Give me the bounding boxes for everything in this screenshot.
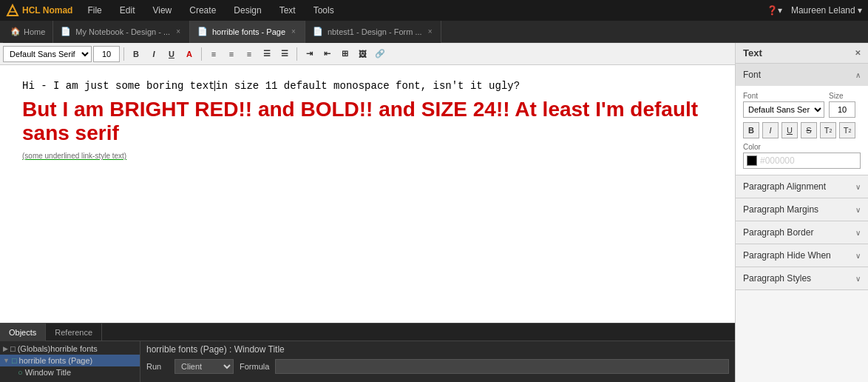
paragraph-hide-when-chevron: ∨	[855, 252, 861, 260]
bottom-right: horrible fonts (Page) : Window Title Run…	[140, 341, 735, 382]
fmt-italic-button[interactable]: I	[762, 122, 779, 138]
right-panel: Text ✕ Font ∧ Font Default Sans Serif	[735, 43, 868, 382]
font-section-label: Font	[743, 70, 761, 80]
color-label: Color	[743, 143, 861, 151]
paragraph-border-header[interactable]: Paragraph Border ∨	[736, 221, 868, 244]
bottom-form-row: Run Client Formula	[146, 359, 729, 374]
logo-icon	[6, 4, 19, 17]
tree-horrible-fonts-label: horrible fonts (Page)	[19, 356, 93, 365]
paragraph-hide-when-header[interactable]: Paragraph Hide When ∨	[736, 244, 868, 267]
editor-line1: Hi - I am just some boring textin size 1…	[22, 80, 713, 92]
tab-home[interactable]: 🏠 Home	[3, 21, 53, 43]
font-size-label: Size	[829, 92, 855, 100]
paragraph-margins-chevron: ∨	[855, 206, 861, 214]
tree-window-title-icon: ○	[18, 368, 23, 377]
font-size-input[interactable]	[93, 46, 120, 62]
font-section-header[interactable]: Font ∧	[736, 64, 868, 86]
tree-expand-icon-2: ▼	[3, 357, 10, 364]
color-button[interactable]: A	[181, 46, 197, 62]
fmt-bold-button[interactable]: B	[743, 122, 759, 138]
tab-notebook-close[interactable]: ×	[174, 27, 182, 36]
tab-nbtest1-label: nbtest1 - Design - Form ...	[328, 27, 422, 36]
tab-horrible-fonts-icon: 📄	[197, 27, 208, 36]
font-section-content: Font Default Sans Serif Size B I U S	[736, 86, 868, 175]
tree-window-title-label: Window Title	[25, 368, 71, 377]
menu-bar: HCL Nomad File Edit View Create Design T…	[0, 0, 868, 21]
paragraph-margins-header[interactable]: Paragraph Margins ∨	[736, 198, 868, 221]
tree-horrible-fonts-checkbox: □	[12, 356, 17, 365]
right-panel-header: Text ✕	[736, 43, 868, 64]
fmt-subscript-button[interactable]: T2	[839, 122, 855, 138]
tab-nbtest1[interactable]: 📄 nbtest1 - Design - Form ... ×	[305, 21, 442, 43]
bottom-tree: ▶ □ (Globals)horrible fonts ▼ □ horrible…	[0, 341, 140, 382]
paragraph-alignment-label: Paragraph Alignment	[743, 181, 826, 192]
paragraph-alignment-chevron: ∨	[855, 183, 861, 191]
image-button[interactable]: 🖼	[354, 46, 370, 62]
underline-button[interactable]: U	[163, 46, 180, 62]
app-name: HCL Nomad	[22, 5, 72, 16]
fmt-superscript-button[interactable]: T2	[820, 122, 836, 138]
bottom-tab-reference[interactable]: Reference	[46, 324, 102, 341]
paragraph-border-section: Paragraph Border ∨	[736, 221, 868, 244]
color-container[interactable]: #000000	[743, 153, 861, 169]
toolbar-sep-1	[123, 47, 124, 61]
font-section: Font ∧ Font Default Sans Serif Size	[736, 64, 868, 175]
menu-file[interactable]: File	[84, 4, 104, 17]
tree-item-horrible-fonts[interactable]: ▼ □ horrible fonts (Page)	[0, 355, 140, 366]
menu-right-icons: ❓▾ Maureen Leland ▾	[767, 5, 862, 16]
menu-view[interactable]: View	[149, 4, 174, 17]
fmt-underline-button[interactable]: U	[781, 122, 798, 138]
bottom-tab-objects[interactable]: Objects	[0, 324, 46, 341]
run-label: Run	[146, 362, 169, 371]
help-icon[interactable]: ❓▾	[767, 5, 782, 16]
table-button[interactable]: ⊞	[336, 46, 353, 62]
italic-button[interactable]: I	[146, 46, 162, 62]
fmt-strikethrough-button[interactable]: S	[801, 122, 817, 138]
right-panel-close-icon[interactable]: ✕	[855, 49, 861, 57]
font-size-field[interactable]	[829, 101, 855, 118]
tab-horrible-fonts-label: horrible fonts - Page	[212, 27, 285, 36]
menu-tools[interactable]: Tools	[311, 4, 337, 17]
font-name-select[interactable]: Default Sans Serif	[3, 46, 92, 62]
tab-horrible-fonts[interactable]: 📄 horrible fonts - Page ×	[190, 21, 305, 43]
formula-input[interactable]	[275, 359, 729, 374]
paragraph-alignment-header[interactable]: Paragraph Alignment ∨	[736, 175, 868, 198]
paragraph-styles-chevron: ∨	[855, 275, 861, 283]
outdent-button[interactable]: ⇤	[319, 46, 335, 62]
link-button[interactable]: 🔗	[372, 46, 388, 62]
menu-text[interactable]: Text	[277, 4, 299, 17]
tab-bar: 🏠 Home 📄 My Notebook - Design - ... × 📄 …	[0, 21, 868, 43]
font-size-group: Size	[829, 92, 855, 118]
color-group: Color #000000	[743, 143, 861, 169]
run-select[interactable]: Client	[174, 359, 234, 374]
tree-item-window-title[interactable]: ○ Window Title	[0, 366, 140, 378]
font-field-group: Font Default Sans Serif	[743, 92, 824, 118]
color-swatch	[747, 155, 757, 166]
list-unordered-button[interactable]: ☰	[259, 46, 275, 62]
svg-marker-0	[7, 5, 18, 16]
menu-create[interactable]: Create	[186, 4, 219, 17]
align-left-button[interactable]: ≡	[206, 46, 222, 62]
paragraph-styles-header[interactable]: Paragraph Styles ∨	[736, 267, 868, 289]
formula-label: Formula	[240, 362, 269, 371]
font-family-select[interactable]: Default Sans Serif	[743, 101, 824, 118]
paragraph-margins-section: Paragraph Margins ∨	[736, 198, 868, 221]
tab-nbtest1-close[interactable]: ×	[427, 27, 434, 36]
paragraph-styles-section: Paragraph Styles ∨	[736, 267, 868, 290]
indent-button[interactable]: ⇥	[301, 46, 317, 62]
tree-item-globals[interactable]: ▶ □ (Globals)horrible fonts	[0, 343, 140, 355]
editor-area[interactable]: Hi - I am just some boring textin size 1…	[0, 65, 735, 323]
align-right-button[interactable]: ≡	[241, 46, 257, 62]
editor-content[interactable]: Hi - I am just some boring textin size 1…	[0, 65, 735, 323]
menu-design[interactable]: Design	[231, 4, 264, 17]
tab-horrible-fonts-close[interactable]: ×	[290, 27, 297, 36]
tab-notebook[interactable]: 📄 My Notebook - Design - ... ×	[53, 21, 190, 43]
align-center-button[interactable]: ≡	[223, 46, 240, 62]
tree-globals-label: (Globals)horrible fonts	[18, 344, 98, 353]
editor-line2: But I am BRIGHT RED!! and BOLD!! and SIZ…	[22, 98, 713, 145]
tab-notebook-label: My Notebook - Design - ...	[75, 27, 170, 36]
list-ordered-button[interactable]: ☰	[277, 46, 293, 62]
menu-edit[interactable]: Edit	[117, 4, 138, 17]
bold-button[interactable]: B	[128, 46, 144, 62]
paragraph-margins-label: Paragraph Margins	[743, 204, 818, 215]
